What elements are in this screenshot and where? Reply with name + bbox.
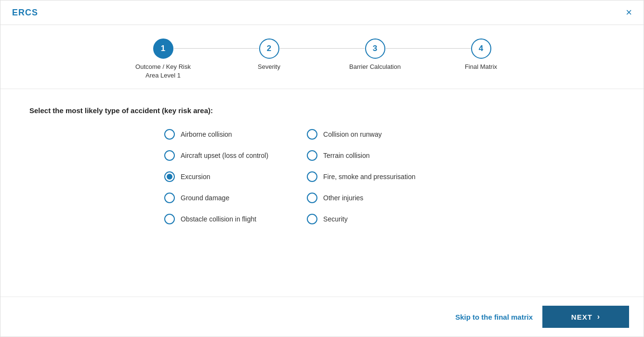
- next-button[interactable]: NEXT ›: [542, 306, 629, 328]
- chevron-right-icon: ›: [597, 312, 600, 321]
- radio-label: Excursion: [181, 173, 210, 181]
- radio-label: Other injuries: [323, 194, 363, 202]
- radio-item[interactable]: Security: [307, 214, 415, 224]
- radio-button-outer: [307, 193, 317, 203]
- radio-button-outer: [307, 214, 317, 224]
- radio-button-inner: [167, 174, 172, 180]
- step-label-1: Outcome / Key RiskArea Level 1: [135, 63, 191, 80]
- radio-item[interactable]: Excursion: [164, 171, 268, 182]
- skip-to-final-button[interactable]: Skip to the final matrix: [455, 313, 533, 321]
- step-4: 4Final Matrix: [428, 39, 534, 71]
- modal-header: ERCS ×: [0, 0, 644, 25]
- radio-label: Security: [323, 215, 348, 223]
- radio-label: Terrain collision: [323, 152, 369, 159]
- options-container: Airborne collisionAircraft upset (loss o…: [29, 129, 615, 224]
- radio-label: Fire, smoke and pressurisation: [323, 173, 415, 181]
- radio-button-outer: [164, 171, 175, 182]
- radio-item[interactable]: Terrain collision: [307, 150, 415, 161]
- question-label: Select the most likely type of accident …: [29, 106, 615, 115]
- step-label-3: Barrier Calculation: [349, 63, 401, 71]
- radio-item[interactable]: Other injuries: [307, 193, 415, 203]
- radio-label: Obstacle collision in flight: [181, 215, 256, 223]
- radio-label: Aircraft upset (loss of control): [181, 152, 268, 159]
- radio-button-outer: [307, 171, 317, 182]
- radio-item[interactable]: Fire, smoke and pressurisation: [307, 171, 415, 182]
- modal-container: ERCS × 1Outcome / Key RiskArea Level 12S…: [0, 0, 644, 337]
- next-label: NEXT: [571, 313, 592, 321]
- radio-label: Collision on runway: [323, 130, 381, 138]
- radio-item[interactable]: Collision on runway: [307, 129, 415, 140]
- step-label-2: Severity: [258, 63, 280, 71]
- options-right: Collision on runwayTerrain collisionFire…: [307, 129, 415, 224]
- radio-label: Airborne collision: [181, 130, 232, 138]
- options-left: Airborne collisionAircraft upset (loss o…: [164, 129, 268, 224]
- radio-item[interactable]: Aircraft upset (loss of control): [164, 150, 268, 161]
- footer: Skip to the final matrix NEXT ›: [0, 297, 644, 337]
- step-circle-1: 1: [153, 39, 173, 59]
- step-label-4: Final Matrix: [465, 63, 497, 71]
- app-title: ERCS: [12, 8, 38, 18]
- step-3: 3Barrier Calculation: [322, 39, 428, 71]
- stepper: 1Outcome / Key RiskArea Level 12Severity…: [0, 25, 644, 89]
- radio-item[interactable]: Airborne collision: [164, 129, 268, 140]
- radio-button-outer: [164, 193, 175, 203]
- radio-item[interactable]: Ground damage: [164, 193, 268, 203]
- step-circle-3: 3: [365, 39, 385, 59]
- step-circle-2: 2: [259, 39, 279, 59]
- radio-button-outer: [307, 129, 317, 140]
- radio-item[interactable]: Obstacle collision in flight: [164, 214, 268, 224]
- step-circle-4: 4: [471, 39, 491, 59]
- step-1: 1Outcome / Key RiskArea Level 1: [110, 39, 216, 80]
- main-content: Select the most likely type of accident …: [0, 89, 644, 297]
- close-button[interactable]: ×: [626, 7, 632, 18]
- radio-button-outer: [307, 150, 317, 161]
- radio-button-outer: [164, 214, 175, 224]
- radio-button-outer: [164, 129, 175, 140]
- radio-button-outer: [164, 150, 175, 161]
- radio-label: Ground damage: [181, 194, 229, 202]
- step-2: 2Severity: [216, 39, 322, 71]
